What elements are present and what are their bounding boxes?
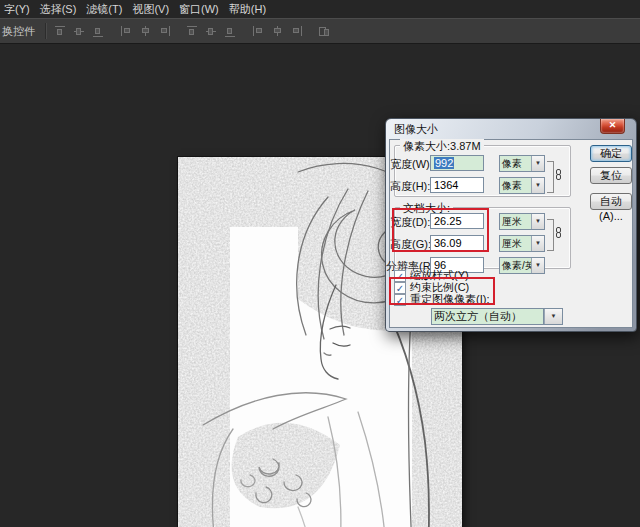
unit-label: 像素 [500,178,531,193]
distribute-bottom-edges-icon[interactable] [224,25,237,38]
unit-label: 厘米 [500,236,531,251]
close-icon: ✕ [609,120,617,130]
dropdown-arrow-icon: ▼ [531,178,544,193]
distribute-vertical-centers-icon[interactable] [205,25,218,38]
options-bar: 换控件 [0,18,640,44]
dialog-title: 图像大小 [394,122,438,137]
pixel-width-input[interactable]: 992 [430,155,484,171]
menu-item[interactable]: 视图(V) [130,2,177,17]
ok-button[interactable]: 确定 [590,145,632,162]
distribute-right-edges-icon[interactable] [290,25,303,38]
distribute-left-edges-icon[interactable] [252,25,265,38]
link-bracket [547,219,554,251]
close-button[interactable]: ✕ [600,119,625,134]
align-horizontal-centers-icon[interactable] [139,25,152,38]
dropdown-arrow-icon: ▼ [544,309,562,324]
align-right-edges-icon[interactable] [158,25,171,38]
doc-height-value: 36.09 [434,237,462,249]
align-top-edges-icon[interactable] [54,25,67,38]
align-icons [51,25,334,38]
pixel-dimensions-label: 像素大小:3.87M [400,139,484,154]
doc-height-label: 高度(G): [390,237,428,252]
align-left-edges-icon[interactable] [120,25,133,38]
doc-height-input[interactable]: 36.09 [430,235,484,251]
resample-method-arrow[interactable]: ▼ [543,308,563,325]
resample-method-value: 两次立方（自动） [432,309,543,324]
pixel-height-input[interactable]: 1364 [430,177,484,193]
pixel-height-value: 1364 [434,179,458,191]
pixel-width-label: 宽度(W): [390,157,428,172]
checkbox-checked-icon: ✓ [394,294,406,306]
menu-item[interactable]: 字(Y) [2,2,38,17]
menu-item[interactable]: 选择(S) [38,2,85,17]
dropdown-arrow-icon: ▼ [531,214,544,229]
unit-label: 厘米 [500,214,531,229]
pixel-height-unit-select[interactable]: 像素 ▼ [499,177,545,194]
checkbox-label: 重定图像像素(I): [410,292,489,307]
link-bracket [547,161,554,193]
dropdown-arrow-icon: ▼ [531,236,544,251]
distribute-horizontal-centers-icon[interactable] [271,25,284,38]
doc-height-unit-select[interactable]: 厘米 ▼ [499,235,545,252]
auto-align-layers-icon[interactable] [318,25,331,38]
doc-width-unit-select[interactable]: 厘米 ▼ [499,213,545,230]
doc-width-input[interactable]: 26.25 [430,213,484,229]
doc-width-label: 宽度(D): [390,215,428,230]
unit-label: 像素 [500,156,531,171]
chain-link-icon [555,227,563,240]
dropdown-arrow-icon: ▼ [531,156,544,171]
auto-button[interactable]: 自动(A)... [590,193,632,210]
unit-label: 像素/英寸 [500,258,531,273]
resample-method-select[interactable]: 两次立方（自动） [431,308,543,325]
show-transform-controls-label: 换控件 [0,24,41,39]
photoshop-window: { "menu": { "items": ["字(Y)", "选择(S)", "… [0,0,640,527]
image-size-dialog: 图像大小 ✕ 像素大小:3.87M 宽度(W): 992 像素 ▼ 高度(H):… [385,118,637,332]
menu-bar: 字(Y)选择(S)滤镜(T)视图(V)窗口(W)帮助(H) [0,0,640,18]
menu-item[interactable]: 滤镜(T) [84,2,130,17]
pixel-width-value: 992 [434,157,454,169]
doc-width-value: 26.25 [434,215,462,227]
resolution-unit-select[interactable]: 像素/英寸 ▼ [499,257,545,274]
reset-button[interactable]: 复位 [590,167,632,184]
toolbar-separator [45,23,47,39]
dropdown-arrow-icon: ▼ [531,258,544,273]
checkbox-resample-image[interactable]: ✓ 重定图像像素(I): [394,292,489,307]
pixel-height-label: 高度(H): [390,179,428,194]
distribute-top-edges-icon[interactable] [186,25,199,38]
chain-link-icon [555,169,563,182]
pixel-width-unit-select[interactable]: 像素 ▼ [499,155,545,172]
align-bottom-edges-icon[interactable] [92,25,105,38]
menu-item[interactable]: 帮助(H) [227,2,274,17]
menu-item[interactable]: 窗口(W) [177,2,227,17]
align-vertical-centers-icon[interactable] [73,25,86,38]
